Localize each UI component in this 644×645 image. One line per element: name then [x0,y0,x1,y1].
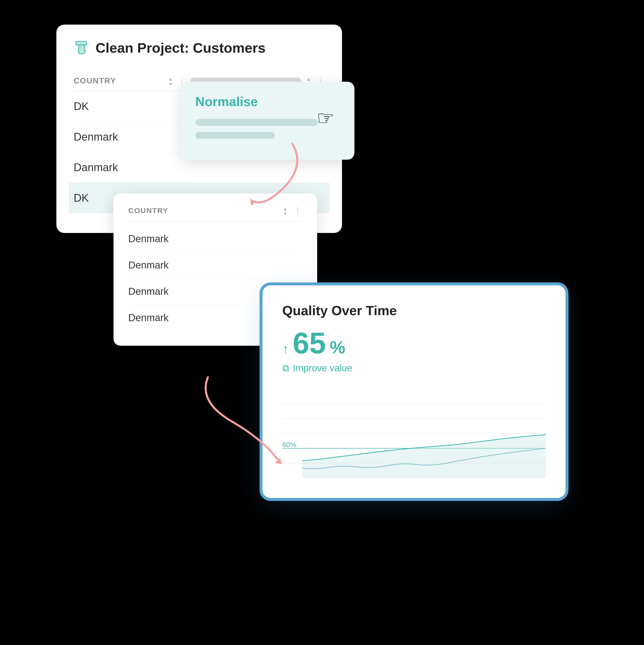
quality-percent: 65 [293,328,326,358]
country-val-2: Denmark [129,259,169,271]
quality-metric: ↑ 65 % [282,328,546,358]
country-row: Denmark [129,252,302,278]
col1-label: COUNTRY [74,76,163,85]
normalise-bar-2 [195,132,275,139]
arrow-normalise-to-country [238,139,312,214]
country-val-3: Denmark [129,286,169,297]
quality-title: Quality Over Time [282,303,546,318]
card-header: Clean Project: Customers [74,39,325,56]
brush-icon [74,39,90,56]
cursor-icon: ☞ [317,106,335,130]
quality-chart: 60% [282,389,546,478]
sort-icon-col1[interactable] [167,77,174,85]
country-val-4: Denmark [129,312,169,324]
svg-marker-4 [250,198,255,206]
quality-card: Quality Over Time ↑ 65 % ⧉ Improve value… [262,285,566,498]
arrow-country-to-quality [183,372,307,473]
country-row: Denmark [129,226,302,252]
svg-rect-0 [76,41,87,45]
trend-up-icon: ↑ [282,342,289,357]
normalise-bar-1 [195,119,318,126]
quality-pct-sign: % [330,338,345,358]
improve-value-link[interactable]: ⧉ Improve value [282,363,546,374]
card-title: Clean Project: Customers [95,40,266,56]
country-val-1: Denmark [129,233,169,244]
chart-svg: 60% [282,389,546,478]
